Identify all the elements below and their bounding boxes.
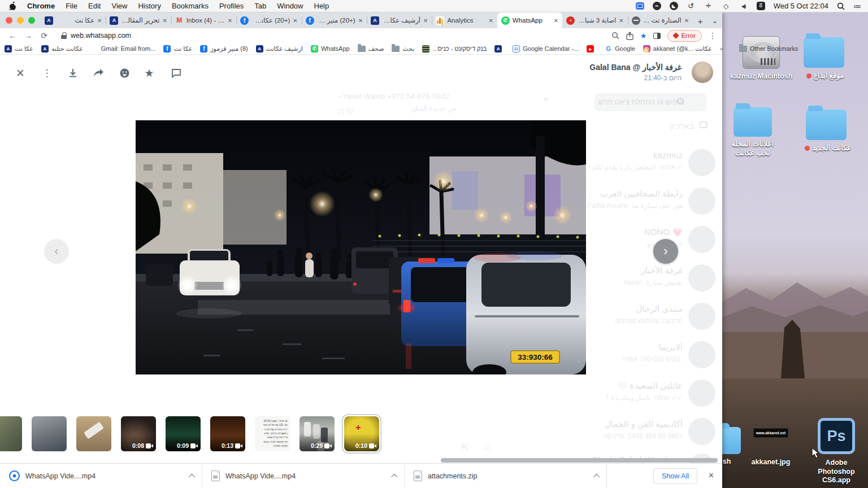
media-thumbnail[interactable]: [32, 416, 67, 451]
app-status-icon[interactable]: ◣: [670, 2, 678, 10]
browser-menu-icon[interactable]: ⋮: [709, 31, 717, 40]
control-center-icon[interactable]: ≔: [853, 2, 861, 11]
tab-close-icon[interactable]: ✕: [619, 18, 623, 24]
desktop-icon-folder-ads[interactable]: اعلانات المجله لخب عكانت: [727, 107, 779, 158]
zoom-window-button[interactable]: [28, 17, 35, 24]
menu-bookmarks[interactable]: Bookmarks: [172, 2, 209, 10]
viewer-menu-icon[interactable]: ⋮: [39, 65, 55, 81]
media-thumbnail-text[interactable]: קד ארצי: בשעה 20:53וקר 101 של מד"א במריר…: [255, 416, 290, 451]
desktop-icon-photoshop[interactable]: Ps Adobe Photoshop CS6.app: [814, 418, 859, 485]
close-shelf-icon[interactable]: ✕: [708, 471, 714, 480]
tab-sonara[interactable]: الصنارة نت - نهاريا✕: [628, 12, 693, 28]
address-bar[interactable]: web.whatsapp.com: [53, 29, 609, 42]
download-item[interactable]: WhatsApp Vide....mp4: [202, 464, 405, 488]
desktop-icon-folder-mawqe[interactable]: موقع ابداع: [801, 37, 847, 80]
tab-close-icon[interactable]: ✕: [228, 18, 232, 24]
menu-help[interactable]: Help: [314, 2, 329, 10]
tab-close-icon[interactable]: ✕: [162, 18, 167, 24]
zoom-icon[interactable]: [611, 32, 619, 40]
media-thumbnail-video[interactable]: 0:29: [300, 416, 335, 451]
download-item[interactable]: attachments.zip: [405, 464, 607, 488]
bookmark-folder[interactable]: صحف: [358, 45, 384, 53]
media-thumbnail[interactable]: [0, 416, 22, 451]
menu-view[interactable]: View: [111, 2, 127, 10]
emoji-icon[interactable]: [116, 65, 132, 81]
tab-close-icon[interactable]: ✕: [488, 18, 493, 24]
bookmark-item[interactable]: عكا نت: [163, 45, 192, 53]
download-icon[interactable]: [65, 65, 81, 81]
tab-facebook-munir[interactable]: (+20) منير قزموز✕: [302, 12, 367, 28]
tab-news-injured[interactable]: اصابة 3 شبان بجرا✕: [562, 12, 627, 28]
bookmark-item[interactable]: Gmail: Email from...: [91, 45, 156, 53]
bookmark-item[interactable]: akkanet (@k... عكانت: [643, 45, 712, 53]
bookmark-item[interactable]: Google Calendar -...: [513, 45, 579, 53]
minimize-window-button[interactable]: [17, 17, 24, 24]
share-icon[interactable]: [626, 32, 633, 40]
tab-whatsapp[interactable]: WhatsApp✕: [497, 12, 562, 28]
move-tool-icon[interactable]: ✛: [704, 2, 713, 11]
desktop-icon-hard-drive[interactable]: kazmuz Macintosh: [730, 36, 792, 80]
next-media-button[interactable]: ›: [653, 239, 678, 264]
previous-media-button[interactable]: ‹: [44, 239, 69, 264]
reload-button[interactable]: ⟳: [37, 29, 51, 42]
tab-search-chevron[interactable]: ⌄: [708, 14, 722, 28]
tab-analytics[interactable]: Analytics✕: [432, 12, 497, 28]
viewer-close-icon[interactable]: ✕: [12, 65, 28, 81]
bookmark-item[interactable]: ارشيف عكانت: [256, 45, 303, 53]
input-source-icon[interactable]: ᘔ: [757, 2, 765, 10]
tab-close-icon[interactable]: ✕: [554, 18, 558, 24]
bookmark-folder[interactable]: بحث: [392, 45, 414, 53]
tab-archive[interactable]: أرشيف عكا - عكا ن✕: [367, 12, 432, 28]
tab-close-icon[interactable]: ✕: [97, 18, 102, 24]
media-thumbnail-video-selected[interactable]: 0:10: [344, 416, 379, 451]
tab-edit-article[interactable]: تحرير المقالة "إصابة✕: [106, 12, 171, 28]
bookmark-item[interactable]: [587, 45, 597, 53]
bookmark-item[interactable]: عكا نت: [5, 45, 33, 53]
show-all-downloads-button[interactable]: Show All: [653, 468, 697, 484]
extension-error-badge[interactable]: Error: [667, 30, 702, 42]
media-thumbnail-video[interactable]: 0:08: [121, 416, 156, 451]
volume-icon[interactable]: ◀): [739, 2, 748, 11]
display-status-icon[interactable]: [636, 2, 644, 10]
creative-cloud-icon[interactable]: ∞: [653, 2, 661, 10]
airdrop-icon[interactable]: ◇: [722, 2, 731, 11]
bookmark-item[interactable]: (8) منير قزموز: [200, 45, 248, 53]
bookmark-item[interactable]: عكانت حتلنه: [41, 45, 83, 53]
star-message-icon[interactable]: ★: [141, 65, 157, 81]
tab-close-icon[interactable]: ✕: [684, 18, 689, 24]
desktop-icon-akkanet-jpg[interactable]: www.akkanet.net akkanet.jpg: [750, 428, 791, 466]
menu-tab[interactable]: Tab: [254, 2, 266, 10]
bookmark-item[interactable]: WhatsApp: [311, 45, 350, 53]
forward-button[interactable]: →: [21, 29, 35, 42]
bookmark-item[interactable]: בנק דיסקונט - כניס...: [422, 45, 487, 53]
close-window-button[interactable]: [6, 17, 12, 24]
menu-profiles[interactable]: Profiles: [219, 2, 244, 10]
tab-close-icon[interactable]: ✕: [423, 18, 428, 24]
chat-bubble-icon[interactable]: [168, 65, 184, 81]
bookmarks-overflow-chevron[interactable]: »: [720, 45, 723, 52]
spotlight-icon[interactable]: [837, 2, 845, 10]
other-bookmarks[interactable]: Other Bookmarks: [739, 45, 798, 52]
menu-edit[interactable]: Edit: [88, 2, 101, 10]
menu-window[interactable]: Window: [277, 2, 303, 10]
chevron-up-icon[interactable]: [593, 473, 600, 480]
menu-file[interactable]: File: [66, 2, 77, 10]
desktop-icon-folder-jadid[interactable]: عكانت الجديد: [802, 110, 850, 152]
tab-close-icon[interactable]: ✕: [293, 18, 297, 24]
chevron-up-icon[interactable]: [391, 473, 397, 480]
menu-history[interactable]: History: [138, 2, 160, 10]
forward-message-icon[interactable]: [91, 65, 107, 81]
time-machine-icon[interactable]: ↺: [687, 2, 696, 11]
download-item[interactable]: WhatsApp Vide....mp4: [0, 464, 202, 488]
bookmark-item[interactable]: Google: [605, 45, 635, 53]
apple-menu-icon[interactable]: [9, 2, 16, 10]
menu-app-name[interactable]: Chrome: [27, 2, 55, 10]
avatar[interactable]: [692, 62, 713, 83]
horizontal-scrollbar[interactable]: [441, 458, 718, 463]
chevron-up-icon[interactable]: [189, 473, 195, 480]
new-tab-button[interactable]: +: [693, 14, 708, 28]
tab-akkanet[interactable]: عكا نت✕: [41, 12, 106, 28]
tab-facebook-akkanet[interactable]: (+20) عكانت Net✕: [236, 12, 301, 28]
media-thumbnail-video[interactable]: 0:09: [166, 416, 201, 451]
media-thumbnail-video[interactable]: 0:13: [210, 416, 245, 451]
